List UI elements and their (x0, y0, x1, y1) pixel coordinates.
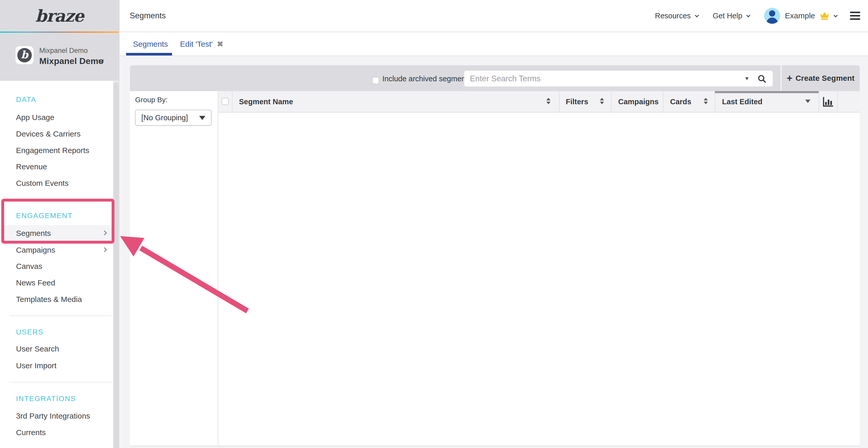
resources-menu[interactable]: Resources (655, 12, 698, 20)
column-last-edited[interactable]: Last Edited (722, 91, 762, 112)
sidebar-item-engagement-reports[interactable]: Engagement Reports (0, 142, 113, 159)
hamburger-menu-icon[interactable] (850, 12, 860, 20)
section-header-data: DATA (16, 95, 36, 105)
user-avatar[interactable] (764, 8, 780, 24)
search-icon[interactable] (757, 74, 767, 84)
get-help-menu[interactable]: Get Help (713, 12, 749, 20)
search-placeholder: Enter Search Terms (470, 71, 540, 87)
sidebar-item-news-feed[interactable]: News Feed (0, 275, 113, 291)
sidebar-item-currents[interactable]: Currents (0, 424, 113, 441)
page-title: Segments (130, 0, 166, 32)
plus-icon: + (786, 65, 792, 91)
chevron-down-icon[interactable] (834, 13, 838, 17)
column-cards[interactable]: Cards (670, 91, 691, 112)
sort-icon-segment-name[interactable] (547, 98, 551, 104)
close-tab-icon[interactable]: ✖ (217, 39, 223, 48)
tab-segments[interactable]: Segments (133, 33, 168, 56)
group-by-value: [No Grouping] (141, 110, 188, 125)
topbar-right-cluster: Resources Get Help Example (655, 0, 860, 32)
section-header-engagement: ENGAGEMENT (16, 211, 72, 221)
sidebar-item-segments[interactable]: Segments (0, 225, 113, 242)
braze-b-icon: b (17, 48, 32, 63)
include-archived-label: Include archived segments (382, 65, 471, 91)
sort-icon-cards[interactable] (704, 98, 708, 104)
sidebar-item-user-import[interactable]: User Import (0, 357, 113, 374)
crown-icon (819, 11, 830, 21)
sidebar-item-3rd-party-integrations[interactable]: 3rd Party Integrations (0, 408, 113, 424)
tab-edit-test[interactable]: Edit 'Test' ✖ (180, 33, 223, 56)
segments-table-body (218, 112, 860, 446)
column-filters[interactable]: Filters (566, 91, 588, 112)
column-campaigns[interactable]: Campaigns (618, 91, 658, 112)
logo-area: braze (0, 0, 119, 32)
group-by-dropdown[interactable]: [No Grouping] (135, 110, 212, 126)
sidebar-scrollbar-thumb[interactable] (114, 82, 119, 448)
sidebar-item-templates-media[interactable]: Templates & Media (0, 291, 113, 308)
avatar-person-icon (769, 10, 775, 16)
workspace-name: Mixpanel Demo (39, 56, 103, 66)
sidebar-item-app-usage[interactable]: App Usage (0, 109, 113, 126)
workspace-company: Mixpanel Demo (39, 47, 88, 55)
select-all-checkbox[interactable] (222, 98, 229, 105)
segments-toolbar: Include archived segments Enter Search T… (130, 65, 860, 91)
braze-dashboard: { "brand": { "logo": "braze", "workspace… (0, 0, 868, 448)
sort-icon-filters[interactable] (600, 98, 604, 104)
user-name: Example (785, 11, 815, 20)
section-header-integrations: INTEGRATIONS (16, 393, 76, 404)
chevron-down-icon (746, 13, 750, 17)
table-bottom-border (130, 446, 860, 446)
sidebar-item-user-search[interactable]: User Search (0, 341, 113, 357)
create-segment-button[interactable]: + Create Segment (781, 65, 860, 91)
column-segment-name[interactable]: Segment Name (239, 91, 293, 112)
search-input[interactable]: Enter Search Terms ▼ (464, 71, 773, 87)
braze-logo: braze (35, 6, 84, 26)
tab-bar: Segments Edit 'Test' ✖ (120, 33, 868, 56)
chevron-down-icon (695, 13, 699, 17)
active-tab-underline (126, 53, 172, 56)
sidebar-item-custom-events[interactable]: Custom Events (0, 175, 113, 192)
caret-down-icon (199, 116, 206, 120)
analytics-chart-icon[interactable] (822, 97, 834, 108)
sidebar-divider (9, 316, 111, 316)
section-header-users: USERS (16, 327, 43, 337)
sidebar-divider (9, 382, 111, 382)
sidebar-item-campaigns[interactable]: Campaigns (0, 242, 113, 258)
group-by-panel: Group By: [No Grouping] (130, 91, 218, 446)
sidebar: braze b Mixpanel Demo Mixpanel Demo DATA… (0, 0, 119, 448)
sort-desc-icon[interactable] (805, 100, 810, 103)
search-dropdown-caret-icon[interactable]: ▼ (744, 71, 749, 87)
sidebar-item-canvas[interactable]: Canvas (0, 258, 113, 275)
top-bar: Segments Resources Get Help Example (120, 0, 868, 32)
sidebar-item-devices-carriers[interactable]: Devices & Carriers (0, 126, 113, 142)
chevron-right-icon (102, 231, 107, 235)
workspace-app-icon: b (16, 46, 34, 64)
sidebar-item-revenue[interactable]: Revenue (0, 159, 113, 175)
workspace-selector[interactable]: b Mixpanel Demo Mixpanel Demo (0, 33, 119, 81)
include-archived-checkbox[interactable] (372, 77, 379, 84)
chevron-right-icon (102, 247, 107, 252)
segments-table-header: Segment Name Filters Campaigns Cards Las… (218, 91, 860, 112)
group-by-label: Group By: (135, 96, 168, 104)
